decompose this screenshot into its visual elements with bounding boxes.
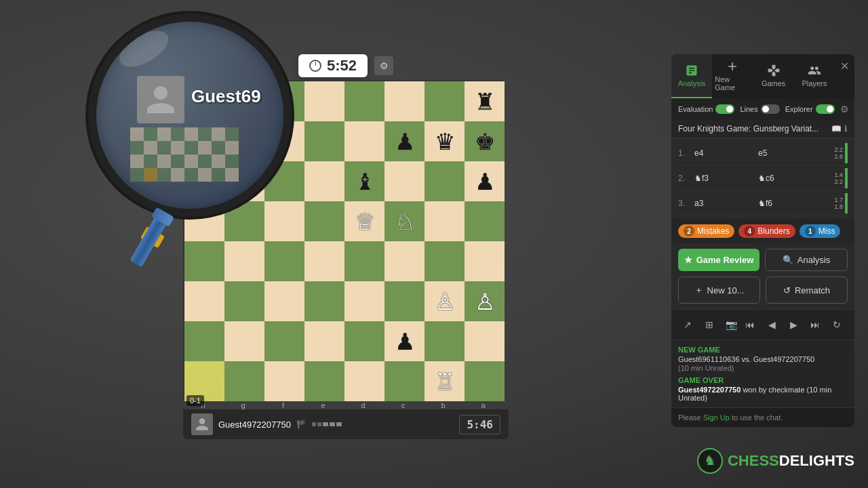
cell-d5[interactable] — [304, 201, 344, 241]
playback-group: ⏮ ◀ ▶ ⏭ ↻ ⇄ — [741, 315, 854, 334]
flip-button[interactable]: ↻ — [827, 315, 846, 334]
toggle-evaluation[interactable]: Evaluation — [678, 104, 734, 114]
share-button[interactable]: ↗ — [678, 315, 697, 334]
tab-analysis-label: Analysis — [678, 79, 706, 87]
board-button[interactable]: ⊞ — [700, 315, 719, 334]
game-review-button[interactable]: ★ Game Review — [678, 249, 760, 271]
tab-new-game[interactable]: New Game — [712, 54, 753, 98]
cell-a4[interactable] — [184, 241, 224, 281]
timer-icon — [309, 60, 321, 72]
cell-g6[interactable] — [425, 161, 465, 201]
cell-a3[interactable] — [184, 281, 224, 321]
cell-d4[interactable] — [304, 241, 344, 281]
move-white-2[interactable]: ♞f3 — [692, 173, 755, 184]
cell-g3[interactable]: ♙ — [425, 281, 465, 321]
mistakes-count: 2 — [684, 226, 694, 237]
book-icon[interactable]: 📖 — [831, 124, 842, 134]
move-white-1[interactable]: e4 — [692, 148, 755, 159]
cell-c2[interactable] — [264, 321, 304, 361]
cell-f3[interactable] — [384, 281, 425, 321]
settings-button[interactable]: ⚙ — [374, 56, 393, 75]
cell-d6[interactable] — [304, 161, 344, 201]
cell-e4[interactable] — [344, 241, 384, 281]
cell-g4[interactable] — [425, 241, 465, 281]
cell-h4[interactable] — [465, 241, 505, 281]
tab-games[interactable]: Games — [753, 54, 794, 98]
cell-e2[interactable] — [344, 321, 384, 361]
cell-f1[interactable] — [384, 361, 425, 401]
cell-e7[interactable] — [344, 121, 384, 161]
cell-g5[interactable] — [425, 201, 465, 241]
toggle-lines[interactable]: Lines — [740, 104, 779, 114]
prev-move-button[interactable]: ◀ — [762, 315, 781, 334]
next-move-button[interactable]: ▶ — [784, 315, 803, 334]
analysis-button[interactable]: 🔍 Analysis — [765, 249, 848, 271]
coord-f: f — [263, 401, 303, 409]
cell-c3[interactable] — [264, 281, 304, 321]
cell-a2[interactable] — [184, 321, 224, 361]
game-over-text: Guest4972207750 won by checkmate (10 min… — [678, 386, 848, 402]
first-move-button[interactable]: ⏮ — [741, 315, 760, 334]
cell-d8[interactable] — [304, 81, 344, 121]
tab-analysis[interactable]: Analysis — [671, 54, 712, 98]
cell-h1[interactable] — [465, 361, 505, 401]
last-move-button[interactable]: ⏭ — [806, 315, 825, 334]
cell-c1[interactable] — [264, 361, 304, 401]
new-10-button[interactable]: ＋ New 10... — [678, 277, 760, 304]
svg-text:♞: ♞ — [704, 453, 716, 468]
cell-e8[interactable] — [344, 81, 384, 121]
cell-f7[interactable]: ♟ — [384, 121, 425, 161]
cell-g7[interactable]: ♛ — [425, 121, 465, 161]
cell-h7[interactable]: ♚ — [465, 121, 505, 161]
cell-e6[interactable]: ♝ — [344, 161, 384, 201]
camera-button[interactable]: 📷 — [722, 315, 741, 334]
score-col-1: 2.22.6 — [819, 146, 843, 160]
move-white-3[interactable]: a3 — [692, 198, 755, 209]
cell-e3[interactable] — [344, 281, 384, 321]
cell-f2[interactable]: ♟ — [384, 321, 425, 361]
cell-e1[interactable] — [344, 361, 384, 401]
cell-h3[interactable]: ♙ — [465, 281, 505, 321]
toggle-explorer-switch[interactable] — [816, 104, 835, 114]
toggle-evaluation-switch[interactable] — [715, 104, 734, 114]
cell-b1[interactable] — [224, 361, 264, 401]
tab-players[interactable]: Players — [794, 54, 835, 98]
cell-d7[interactable] — [304, 121, 344, 161]
sign-up-link[interactable]: Sign Up — [703, 413, 730, 422]
toggle-lines-switch[interactable] — [761, 104, 780, 114]
cell-e5[interactable]: ♕ — [344, 201, 384, 241]
cell-b2[interactable] — [224, 321, 264, 361]
cell-g1[interactable]: ♖ — [425, 361, 465, 401]
piece-black-pawn-h6: ♟ — [475, 170, 495, 193]
cell-b3[interactable] — [224, 281, 264, 321]
cell-h2[interactable] — [465, 321, 505, 361]
cell-h8[interactable]: ♜ — [465, 81, 505, 121]
score-col-2: 1.42.2 — [819, 171, 843, 185]
info-icon[interactable]: ℹ — [844, 124, 848, 134]
close-panel-button[interactable]: ✕ — [835, 54, 854, 78]
cell-c4[interactable] — [264, 241, 304, 281]
cell-h6[interactable]: ♟ — [465, 161, 505, 201]
score-badge: 0-1 — [186, 395, 204, 406]
timer-display: 5:52 — [298, 54, 368, 77]
repeat-button[interactable]: ⇄ — [849, 315, 854, 334]
panel-settings-icon[interactable]: ⚙ — [840, 104, 849, 115]
moves-list: 1. e4 e5 2.22.6 2. ♞f3 ♞c6 1.42.2 3. a3 … — [671, 138, 854, 219]
cell-d3[interactable] — [304, 281, 344, 321]
cell-d2[interactable] — [304, 321, 344, 361]
cell-g8[interactable] — [425, 81, 465, 121]
cell-g2[interactable] — [425, 321, 465, 361]
cell-f8[interactable] — [384, 81, 425, 121]
cell-b4[interactable] — [224, 241, 264, 281]
cell-f4[interactable] — [384, 241, 425, 281]
cell-h5[interactable] — [465, 201, 505, 241]
player-timer-bottom: 5:46 — [459, 415, 500, 434]
move-black-1[interactable]: e5 — [755, 148, 819, 159]
cell-f5[interactable]: ♘ — [384, 201, 425, 241]
move-black-2[interactable]: ♞c6 — [755, 173, 819, 184]
toggle-explorer[interactable]: Explorer — [785, 104, 835, 114]
rematch-button[interactable]: ↺ Rematch — [766, 277, 848, 304]
cell-f6[interactable] — [384, 161, 425, 201]
move-black-3[interactable]: ♞f6 — [755, 198, 819, 209]
cell-d1[interactable] — [304, 361, 344, 401]
